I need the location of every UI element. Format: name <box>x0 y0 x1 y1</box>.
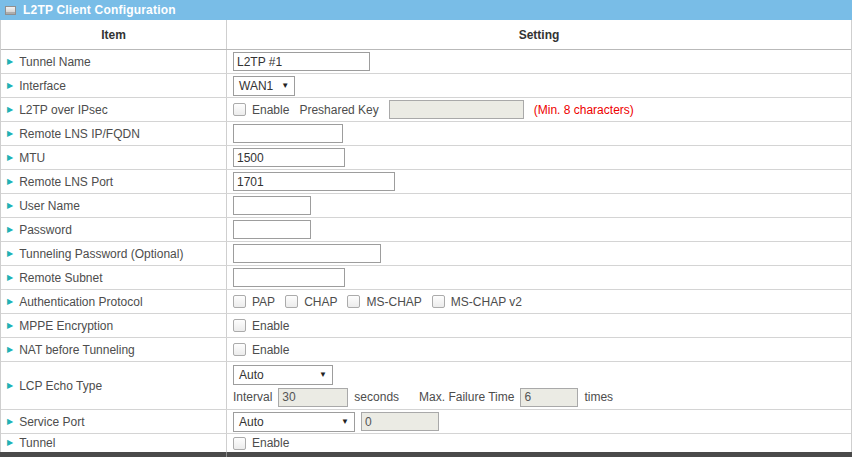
chap-label: CHAP <box>304 295 337 309</box>
l2tp-over-ipsec-label: L2TP over IPsec <box>19 103 108 117</box>
row-tunneling-password: ▶ Tunneling Password (Optional) <box>1 242 851 266</box>
ms-chap-label: MS-CHAP <box>366 295 421 309</box>
remote-subnet-input[interactable] <box>233 268 345 287</box>
tunnel-enable-checkbox[interactable] <box>233 437 246 450</box>
row-tunnel: ▶ Tunnel Enable <box>1 434 851 452</box>
row-user-name: ▶ User Name <box>1 194 851 218</box>
bullet-arrow-icon: ▶ <box>7 274 13 282</box>
remote-subnet-label: Remote Subnet <box>19 271 102 285</box>
max-failure-time-input[interactable] <box>520 388 578 407</box>
bullet-arrow-icon: ▶ <box>7 82 13 90</box>
mppe-enable-label: Enable <box>252 319 289 333</box>
remote-lns-port-input[interactable] <box>233 172 395 191</box>
bullet-arrow-icon: ▶ <box>7 58 13 66</box>
chap-checkbox[interactable] <box>285 295 298 308</box>
bullet-arrow-icon: ▶ <box>7 382 13 390</box>
ipsec-enable-checkbox[interactable] <box>233 103 246 116</box>
bullet-arrow-icon: ▶ <box>7 226 13 234</box>
interval-label: Interval <box>233 390 272 404</box>
bullet-arrow-icon: ▶ <box>7 322 13 330</box>
section-titlebar: L2TP Client Configuration <box>0 0 852 20</box>
bullet-arrow-icon: ▶ <box>7 250 13 258</box>
section-title: L2TP Client Configuration <box>23 3 176 17</box>
user-name-label: User Name <box>19 199 80 213</box>
row-remote-lns-ip: ▶ Remote LNS IP/FQDN <box>1 122 851 146</box>
collapse-icon[interactable] <box>5 6 16 15</box>
ms-chap-v2-label: MS-CHAP v2 <box>451 295 522 309</box>
chevron-down-icon: ▼ <box>319 370 327 379</box>
tunnel-name-label: Tunnel Name <box>19 55 91 69</box>
ipsec-enable-label: Enable <box>252 103 289 117</box>
lcp-echo-type-label: LCP Echo Type <box>19 379 102 393</box>
chevron-down-icon: ▼ <box>281 81 289 90</box>
row-mppe-encryption: ▶ MPPE Encryption Enable <box>1 314 851 338</box>
row-lcp-echo-type: ▶ LCP Echo Type Auto ▼ Interval seconds … <box>1 362 851 410</box>
tunnel-label: Tunnel <box>19 436 55 450</box>
bullet-arrow-icon: ▶ <box>7 202 13 210</box>
remote-lns-ip-input[interactable] <box>233 124 343 143</box>
bullet-arrow-icon: ▶ <box>7 298 13 306</box>
tunnel-enable-label: Enable <box>252 436 289 450</box>
row-remote-subnet: ▶ Remote Subnet <box>1 266 851 290</box>
chevron-down-icon: ▼ <box>341 417 349 426</box>
preshared-key-label: Preshared Key <box>299 103 378 117</box>
bullet-arrow-icon: ▶ <box>7 346 13 354</box>
ms-chap-checkbox[interactable] <box>347 295 360 308</box>
column-divider-tick <box>226 452 227 457</box>
next-section-edge <box>0 452 852 457</box>
interval-input[interactable] <box>278 388 348 407</box>
mppe-enable-checkbox[interactable] <box>233 319 246 332</box>
row-password: ▶ Password <box>1 218 851 242</box>
remote-lns-ip-label: Remote LNS IP/FQDN <box>19 127 140 141</box>
row-service-port: ▶ Service Port Auto ▼ <box>1 410 851 434</box>
mppe-encryption-label: MPPE Encryption <box>19 319 113 333</box>
bullet-arrow-icon: ▶ <box>7 106 13 114</box>
nat-enable-label: Enable <box>252 343 289 357</box>
password-label: Password <box>19 223 72 237</box>
table-header-row: Item Setting <box>1 20 851 50</box>
row-l2tp-over-ipsec: ▶ L2TP over IPsec Enable Preshared Key (… <box>1 98 851 122</box>
seconds-label: seconds <box>354 390 399 404</box>
tunneling-password-input[interactable] <box>233 244 381 263</box>
password-input[interactable] <box>233 220 311 239</box>
service-port-input[interactable] <box>361 412 439 431</box>
row-nat-before-tunneling: ▶ NAT before Tunneling Enable <box>1 338 851 362</box>
nat-before-tunneling-label: NAT before Tunneling <box>19 343 135 357</box>
pap-label: PAP <box>252 295 275 309</box>
remote-lns-port-label: Remote LNS Port <box>19 175 113 189</box>
tunnel-name-input[interactable] <box>233 52 370 71</box>
preshared-key-hint: (Min. 8 characters) <box>534 103 634 117</box>
column-header-item: Item <box>1 20 227 49</box>
row-authentication-protocol: ▶ Authentication Protocol PAP CHAP MS-CH… <box>1 290 851 314</box>
mtu-input[interactable] <box>233 148 345 167</box>
bullet-arrow-icon: ▶ <box>7 439 13 447</box>
bullet-arrow-icon: ▶ <box>7 130 13 138</box>
nat-enable-checkbox[interactable] <box>233 343 246 356</box>
row-mtu: ▶ MTU <box>1 146 851 170</box>
column-header-setting: Setting <box>227 20 851 49</box>
tunneling-password-label: Tunneling Password (Optional) <box>19 247 183 261</box>
authentication-protocol-label: Authentication Protocol <box>19 295 142 309</box>
max-failure-time-label: Max. Failure Time <box>419 390 514 404</box>
pap-checkbox[interactable] <box>233 295 246 308</box>
preshared-key-input[interactable] <box>389 100 524 119</box>
service-port-select[interactable]: Auto ▼ <box>233 412 355 432</box>
row-tunnel-name: ▶ Tunnel Name <box>1 50 851 74</box>
l2tp-client-config-table: Item Setting ▶ Tunnel Name ▶ Interface W… <box>0 20 852 452</box>
bullet-arrow-icon: ▶ <box>7 154 13 162</box>
interface-select[interactable]: WAN1 ▼ <box>233 76 295 96</box>
interface-label: Interface <box>19 79 66 93</box>
row-interface: ▶ Interface WAN1 ▼ <box>1 74 851 98</box>
lcp-echo-type-select[interactable]: Auto ▼ <box>233 365 333 385</box>
ms-chap-v2-checkbox[interactable] <box>432 295 445 308</box>
mtu-label: MTU <box>19 151 45 165</box>
user-name-input[interactable] <box>233 196 311 215</box>
service-port-label: Service Port <box>19 415 84 429</box>
row-remote-lns-port: ▶ Remote LNS Port <box>1 170 851 194</box>
bullet-arrow-icon: ▶ <box>7 418 13 426</box>
bullet-arrow-icon: ▶ <box>7 178 13 186</box>
times-label: times <box>584 390 613 404</box>
